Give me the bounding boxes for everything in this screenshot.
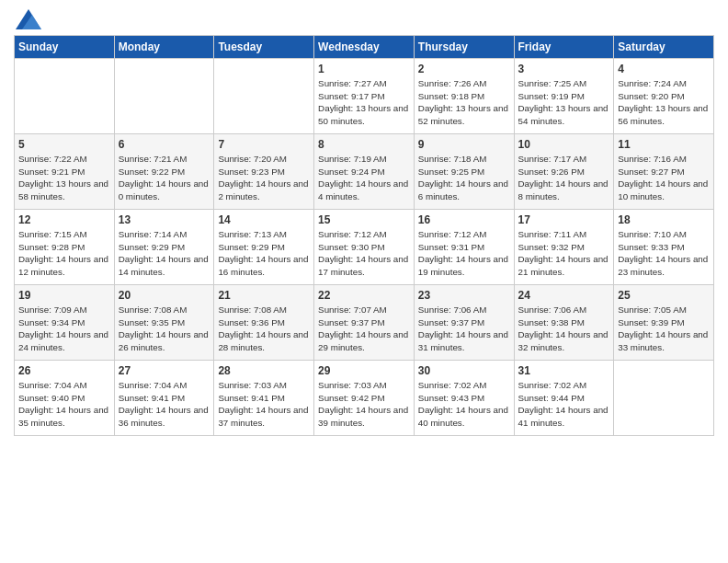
- calendar-cell: 15Sunrise: 7:12 AMSunset: 9:30 PMDayligh…: [314, 210, 415, 285]
- day-info: Sunrise: 7:16 AMSunset: 9:27 PMDaylight:…: [618, 153, 710, 203]
- day-info: Sunrise: 7:09 AMSunset: 9:34 PMDaylight:…: [18, 304, 110, 354]
- calendar-cell: 24Sunrise: 7:06 AMSunset: 9:38 PMDayligh…: [514, 285, 614, 361]
- day-number: 28: [218, 364, 310, 377]
- day-info: Sunrise: 7:14 AMSunset: 9:29 PMDaylight:…: [119, 228, 210, 279]
- day-info: Sunrise: 7:05 AMSunset: 9:39 PMDaylight:…: [618, 304, 710, 354]
- calendar-cell: [214, 59, 314, 134]
- calendar-cell: 27Sunrise: 7:04 AMSunset: 9:41 PMDayligh…: [114, 361, 214, 436]
- calendar-cell: 11Sunrise: 7:16 AMSunset: 9:27 PMDayligh…: [614, 134, 714, 210]
- day-number: 3: [518, 63, 610, 75]
- calendar-cell: 29Sunrise: 7:03 AMSunset: 9:42 PMDayligh…: [314, 361, 415, 436]
- day-info: Sunrise: 7:21 AMSunset: 9:22 PMDaylight:…: [119, 153, 210, 203]
- day-info: Sunrise: 7:03 AMSunset: 9:42 PMDaylight:…: [318, 379, 410, 430]
- day-number: 18: [618, 213, 710, 226]
- calendar-week-4: 19Sunrise: 7:09 AMSunset: 9:34 PMDayligh…: [15, 285, 714, 361]
- weekday-header-sunday: Sunday: [15, 36, 115, 59]
- day-info: Sunrise: 7:24 AMSunset: 9:20 PMDaylight:…: [618, 77, 710, 128]
- day-number: 2: [418, 63, 510, 75]
- calendar-week-2: 5Sunrise: 7:22 AMSunset: 9:21 PMDaylight…: [15, 134, 714, 210]
- day-info: Sunrise: 7:12 AMSunset: 9:30 PMDaylight:…: [318, 228, 410, 279]
- weekday-header-monday: Monday: [114, 36, 214, 59]
- day-info: Sunrise: 7:02 AMSunset: 9:43 PMDaylight:…: [418, 379, 510, 430]
- day-number: 21: [218, 289, 310, 302]
- day-info: Sunrise: 7:22 AMSunset: 9:21 PMDaylight:…: [18, 153, 110, 203]
- day-info: Sunrise: 7:06 AMSunset: 9:37 PMDaylight:…: [418, 304, 510, 354]
- day-number: 30: [418, 364, 510, 377]
- day-number: 24: [518, 289, 610, 302]
- day-number: 26: [18, 364, 110, 377]
- page: SundayMondayTuesdayWednesdayThursdayFrid…: [0, 0, 728, 563]
- day-info: Sunrise: 7:19 AMSunset: 9:24 PMDaylight:…: [318, 153, 410, 203]
- calendar-cell: 31Sunrise: 7:02 AMSunset: 9:44 PMDayligh…: [514, 361, 614, 436]
- day-number: 17: [518, 213, 610, 226]
- day-number: 19: [18, 289, 110, 302]
- day-number: 1: [318, 63, 410, 75]
- calendar-cell: 2Sunrise: 7:26 AMSunset: 9:18 PMDaylight…: [414, 59, 514, 134]
- weekday-header-tuesday: Tuesday: [214, 36, 314, 59]
- calendar-cell: 7Sunrise: 7:20 AMSunset: 9:23 PMDaylight…: [214, 134, 314, 210]
- day-info: Sunrise: 7:12 AMSunset: 9:31 PMDaylight:…: [418, 228, 510, 279]
- calendar-cell: 23Sunrise: 7:06 AMSunset: 9:37 PMDayligh…: [414, 285, 514, 361]
- calendar-cell: 8Sunrise: 7:19 AMSunset: 9:24 PMDaylight…: [314, 134, 415, 210]
- day-number: 22: [318, 289, 410, 302]
- day-info: Sunrise: 7:02 AMSunset: 9:44 PMDaylight:…: [518, 379, 610, 430]
- day-info: Sunrise: 7:26 AMSunset: 9:18 PMDaylight:…: [418, 77, 510, 128]
- logo-icon: [16, 9, 41, 29]
- calendar-cell: 1Sunrise: 7:27 AMSunset: 9:17 PMDaylight…: [314, 59, 415, 134]
- calendar-cell: 14Sunrise: 7:13 AMSunset: 9:29 PMDayligh…: [214, 210, 314, 285]
- calendar-cell: [15, 59, 115, 134]
- day-number: 23: [418, 289, 510, 302]
- day-info: Sunrise: 7:08 AMSunset: 9:35 PMDaylight:…: [119, 304, 210, 354]
- day-info: Sunrise: 7:10 AMSunset: 9:33 PMDaylight:…: [618, 228, 710, 279]
- day-number: 10: [518, 138, 610, 151]
- day-number: 7: [218, 138, 310, 151]
- day-number: 20: [119, 289, 210, 302]
- day-number: 14: [218, 213, 310, 226]
- calendar-cell: 13Sunrise: 7:14 AMSunset: 9:29 PMDayligh…: [114, 210, 214, 285]
- day-number: 8: [318, 138, 410, 151]
- day-info: Sunrise: 7:03 AMSunset: 9:41 PMDaylight:…: [218, 379, 310, 430]
- calendar-cell: 19Sunrise: 7:09 AMSunset: 9:34 PMDayligh…: [15, 285, 115, 361]
- day-number: 29: [318, 364, 410, 377]
- day-number: 4: [618, 63, 710, 75]
- weekday-header-friday: Friday: [514, 36, 614, 59]
- day-info: Sunrise: 7:18 AMSunset: 9:25 PMDaylight:…: [418, 153, 510, 203]
- day-info: Sunrise: 7:07 AMSunset: 9:37 PMDaylight:…: [318, 304, 410, 354]
- day-number: 11: [618, 138, 710, 151]
- day-info: Sunrise: 7:25 AMSunset: 9:19 PMDaylight:…: [518, 77, 610, 128]
- calendar-cell: 9Sunrise: 7:18 AMSunset: 9:25 PMDaylight…: [414, 134, 514, 210]
- calendar-week-3: 12Sunrise: 7:15 AMSunset: 9:28 PMDayligh…: [15, 210, 714, 285]
- calendar-cell: 30Sunrise: 7:02 AMSunset: 9:43 PMDayligh…: [414, 361, 514, 436]
- weekday-header-row: SundayMondayTuesdayWednesdayThursdayFrid…: [15, 36, 714, 59]
- day-number: 25: [618, 289, 710, 302]
- logo: [14, 9, 41, 29]
- weekday-header-wednesday: Wednesday: [314, 36, 415, 59]
- day-info: Sunrise: 7:20 AMSunset: 9:23 PMDaylight:…: [218, 153, 310, 203]
- day-number: 13: [119, 213, 210, 226]
- calendar-cell: 26Sunrise: 7:04 AMSunset: 9:40 PMDayligh…: [15, 361, 115, 436]
- header: [14, 9, 714, 29]
- day-info: Sunrise: 7:04 AMSunset: 9:41 PMDaylight:…: [119, 379, 210, 430]
- day-info: Sunrise: 7:13 AMSunset: 9:29 PMDaylight:…: [218, 228, 310, 279]
- day-number: 12: [18, 213, 110, 226]
- calendar-cell: 18Sunrise: 7:10 AMSunset: 9:33 PMDayligh…: [614, 210, 714, 285]
- day-info: Sunrise: 7:17 AMSunset: 9:26 PMDaylight:…: [518, 153, 610, 203]
- day-info: Sunrise: 7:11 AMSunset: 9:32 PMDaylight:…: [518, 228, 610, 279]
- day-number: 31: [518, 364, 610, 377]
- calendar-cell: 17Sunrise: 7:11 AMSunset: 9:32 PMDayligh…: [514, 210, 614, 285]
- calendar-week-1: 1Sunrise: 7:27 AMSunset: 9:17 PMDaylight…: [15, 59, 714, 134]
- calendar-cell: 6Sunrise: 7:21 AMSunset: 9:22 PMDaylight…: [114, 134, 214, 210]
- calendar-cell: 21Sunrise: 7:08 AMSunset: 9:36 PMDayligh…: [214, 285, 314, 361]
- day-info: Sunrise: 7:27 AMSunset: 9:17 PMDaylight:…: [318, 77, 410, 128]
- weekday-header-saturday: Saturday: [614, 36, 714, 59]
- calendar-cell: 20Sunrise: 7:08 AMSunset: 9:35 PMDayligh…: [114, 285, 214, 361]
- calendar-week-5: 26Sunrise: 7:04 AMSunset: 9:40 PMDayligh…: [15, 361, 714, 436]
- day-number: 15: [318, 213, 410, 226]
- calendar-cell: 3Sunrise: 7:25 AMSunset: 9:19 PMDaylight…: [514, 59, 614, 134]
- day-number: 5: [18, 138, 110, 151]
- calendar-cell: 22Sunrise: 7:07 AMSunset: 9:37 PMDayligh…: [314, 285, 415, 361]
- day-number: 16: [418, 213, 510, 226]
- calendar-cell: 28Sunrise: 7:03 AMSunset: 9:41 PMDayligh…: [214, 361, 314, 436]
- day-number: 27: [119, 364, 210, 377]
- day-info: Sunrise: 7:04 AMSunset: 9:40 PMDaylight:…: [18, 379, 110, 430]
